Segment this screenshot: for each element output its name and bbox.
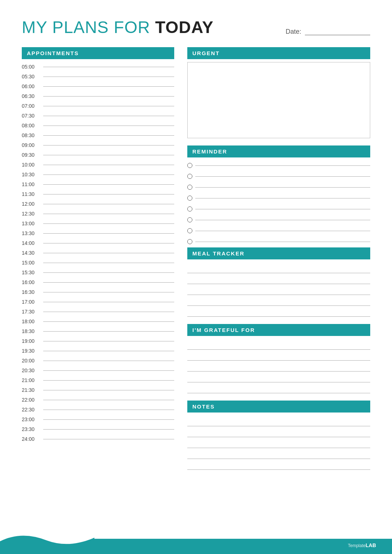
time-line [43,351,174,351]
time-slot-row: 05:00 [22,62,174,71]
meal-line [187,296,370,306]
time-line [43,243,174,243]
time-label: 15:00 [22,260,42,266]
time-line [43,214,174,214]
time-label: 06:00 [22,83,42,89]
time-line [43,86,174,87]
time-label: 09:30 [22,152,42,158]
time-slot-row: 11:30 [22,189,174,199]
right-column: URGENT REMINDER [187,47,370,477]
reminder-row [187,226,370,236]
time-line [43,302,174,302]
grateful-line [187,340,370,350]
reminder-list [187,160,370,247]
time-slot-row: 16:30 [22,287,174,297]
time-slot-row: 06:30 [22,91,174,101]
time-slot-row: 12:00 [22,199,174,209]
reminder-circle [187,217,192,222]
time-label: 09:00 [22,142,42,148]
time-label: 19:30 [22,348,42,354]
reminder-line [195,198,370,198]
time-slot-row: 21:00 [22,376,174,385]
time-line [43,272,174,273]
meal-tracker-header: MEAL TRACKER [187,247,370,259]
time-label: 15:30 [22,270,42,275]
reminder-circle [187,185,192,190]
date-line [305,29,370,35]
appointments-list: 05:00 05:30 06:00 06:30 07:00 07:30 08:0… [22,62,174,444]
time-slot-row: 17:00 [22,297,174,307]
time-slot-row: 20:00 [22,356,174,365]
title-prefix: MY PLANS FOR [22,18,155,37]
time-line [43,439,174,439]
header: MY PLANS FOR TODAY Date: [22,17,370,37]
reminder-circle [187,239,192,244]
time-label: 22:00 [22,397,42,403]
reminder-row [187,193,370,203]
time-label: 13:00 [22,221,42,226]
time-line [43,380,174,381]
grateful-line [187,361,370,372]
footer-bar-right [94,539,392,554]
time-slot-row: 19:30 [22,346,174,356]
time-slot-row: 08:30 [22,131,174,140]
grateful-lines [187,340,370,393]
time-label: 16:00 [22,279,42,285]
notes-line [187,460,370,470]
time-slot-row: 13:00 [22,219,174,228]
main-columns: APPOINTMENTS 05:00 05:30 06:00 06:30 07:… [22,47,370,477]
time-line [43,282,174,283]
time-line [43,312,174,312]
time-slot-row: 07:30 [22,111,174,120]
time-line [43,292,174,292]
reminder-circle [187,196,192,201]
time-label: 05:00 [22,64,42,70]
time-line [43,135,174,136]
notes-line [187,438,370,448]
time-slot-row: 08:00 [22,121,174,130]
urgent-box[interactable] [187,62,370,138]
reminder-line [195,176,370,177]
meal-line [187,307,370,317]
time-line [43,77,174,77]
notes-line [187,427,370,437]
time-line [43,400,174,400]
time-line [43,106,174,106]
time-label: 14:30 [22,250,42,256]
footer-wave-left [0,530,94,554]
time-slot-row: 14:00 [22,238,174,248]
time-label: 11:30 [22,191,42,197]
page-title: MY PLANS FOR TODAY [22,17,213,37]
grateful-line [187,383,370,393]
time-slot-row: 18:00 [22,317,174,326]
time-label: 23:30 [22,426,42,432]
notes-header: NOTES [187,401,370,413]
reminder-row [187,204,370,214]
time-label: 14:00 [22,240,42,246]
time-label: 24:00 [22,436,42,442]
time-line [43,429,174,430]
time-slot-row: 15:30 [22,268,174,277]
notes-line [187,449,370,459]
time-slot-row: 11:00 [22,180,174,189]
time-slot-row: 16:00 [22,278,174,287]
time-line [43,419,174,420]
reminder-circle [187,228,192,233]
time-slot-row: 10:00 [22,160,174,169]
time-label: 18:00 [22,319,42,324]
time-slot-row: 22:00 [22,395,174,405]
time-slot-row: 15:00 [22,258,174,267]
appointments-column: APPOINTMENTS 05:00 05:30 06:00 06:30 07:… [22,47,174,477]
time-slot-row: 06:00 [22,82,174,91]
time-label: 12:30 [22,211,42,217]
time-label: 19:00 [22,338,42,344]
time-line [43,253,174,253]
time-line [43,145,174,145]
time-label: 16:30 [22,289,42,295]
brand-prefix: Template [348,543,366,548]
time-label: 10:30 [22,172,42,177]
brand-suffix: LAB [366,542,376,548]
time-slot-row: 21:30 [22,385,174,395]
footer: TemplateLAB [0,532,392,554]
reminder-line [195,187,370,188]
